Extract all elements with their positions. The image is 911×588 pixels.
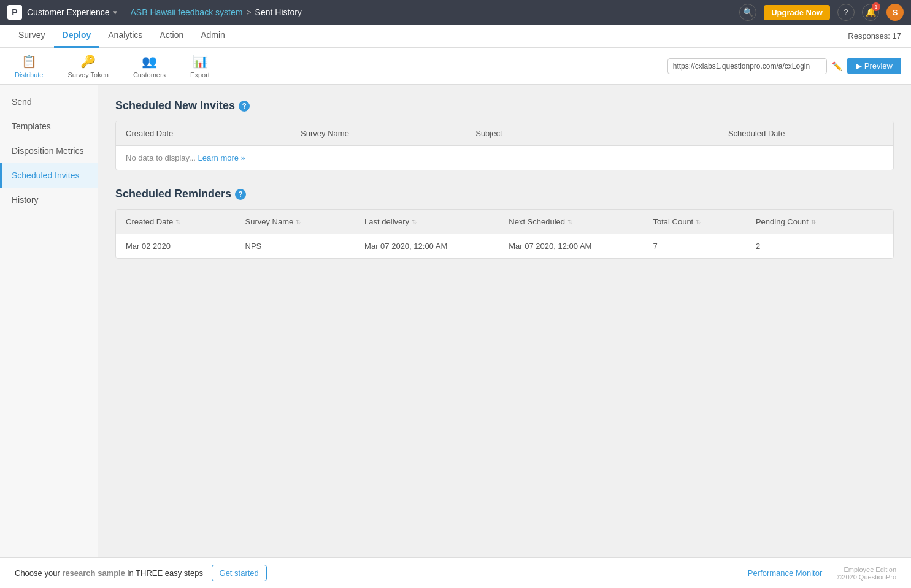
sort-next-icon: ⇅: [567, 218, 572, 225]
reminders-table: Created Date ⇅ Survey Name ⇅ Last delive…: [115, 209, 894, 259]
toolbar-distribute-label: Distribute: [15, 71, 43, 78]
row-next-scheduled: Mar 07 2020, 12:00 AM: [499, 234, 643, 258]
secondary-nav: Survey Deploy Analytics Action Admin Res…: [0, 25, 911, 48]
reminders-help-icon[interactable]: ?: [235, 189, 246, 200]
nav-survey[interactable]: Survey: [10, 25, 54, 48]
url-input[interactable]: [667, 58, 827, 74]
new-invites-col-survey: Survey Name: [291, 121, 466, 145]
avatar-button[interactable]: S: [886, 4, 904, 21]
responses-count: Responses: 17: [848, 31, 901, 40]
reminders-title: Scheduled Reminders ?: [115, 188, 894, 200]
app-name[interactable]: Customer Experience ▼: [27, 7, 118, 17]
sidebar-item-history[interactable]: History: [0, 188, 98, 212]
search-button[interactable]: 🔍: [739, 4, 756, 21]
nav-analytics[interactable]: Analytics: [99, 25, 151, 48]
preview-icon: ▶: [856, 61, 862, 71]
content-area: Scheduled New Invites ? Created Date Sur…: [98, 85, 911, 557]
help-button[interactable]: ?: [837, 4, 855, 21]
new-invites-col-scheduled: Scheduled Date: [718, 121, 893, 145]
main-layout: Send Templates Disposition Metrics Sched…: [0, 85, 911, 557]
row-last-delivery: Mar 07 2020, 12:00 AM: [355, 234, 499, 258]
toolbar-survey-token-label: Survey Token: [67, 71, 108, 78]
app-name-chevron: ▼: [112, 9, 118, 16]
sidebar-item-send[interactable]: Send: [0, 90, 98, 114]
toolbar-customers[interactable]: 👥 Customers: [128, 52, 171, 81]
new-invites-header-row: Created Date Survey Name Subject Schedul…: [116, 121, 893, 146]
new-invites-help-icon[interactable]: ?: [239, 101, 250, 112]
toolbar-url-area: ✏️ ▶ Preview: [667, 58, 901, 74]
new-invites-col-created: Created Date: [116, 121, 291, 145]
reminders-header-row: Created Date ⇅ Survey Name ⇅ Last delive…: [116, 210, 893, 234]
row-actions: [848, 234, 893, 258]
preview-button[interactable]: ▶ Preview: [847, 58, 901, 74]
new-invites-title: Scheduled New Invites ?: [115, 99, 894, 112]
row-pending-count: 2: [746, 234, 848, 258]
reminders-col-actions: [848, 210, 893, 234]
sidebar-item-scheduled-invites[interactable]: Scheduled Invites: [0, 163, 98, 188]
sort-last-icon: ⇅: [412, 218, 417, 225]
sidebar: Send Templates Disposition Metrics Sched…: [0, 85, 98, 557]
footer-right: Performance Monitor Employee Edition©202…: [748, 566, 896, 581]
sort-pending-icon: ⇅: [811, 218, 816, 225]
breadcrumb-current: Sent History: [255, 7, 302, 17]
toolbar-customers-label: Customers: [133, 71, 166, 78]
nav-deploy[interactable]: Deploy: [54, 25, 100, 48]
sidebar-item-disposition-metrics[interactable]: Disposition Metrics: [0, 139, 98, 163]
new-invites-table: Created Date Survey Name Subject Schedul…: [115, 121, 894, 170]
new-invites-col-subject: Subject: [466, 121, 718, 145]
reminders-col-next[interactable]: Next Scheduled ⇅: [499, 210, 643, 234]
upgrade-button[interactable]: Upgrade Now: [764, 5, 830, 20]
nav-admin[interactable]: Admin: [192, 25, 234, 48]
export-icon: 📊: [193, 54, 208, 69]
toolbar-export-label: Export: [190, 71, 210, 78]
survey-token-icon: 🔑: [80, 54, 96, 69]
performance-monitor-link[interactable]: Performance Monitor: [748, 568, 822, 578]
reminders-col-total[interactable]: Total Count ⇅: [643, 210, 745, 234]
copyright-text: Employee Edition©2020 QuestionPro: [837, 566, 896, 581]
reminders-col-survey[interactable]: Survey Name ⇅: [236, 210, 355, 234]
sort-total-icon: ⇅: [696, 218, 701, 225]
new-invites-no-data: No data to display... Learn more »: [116, 146, 893, 170]
notification-badge: 1: [872, 2, 880, 11]
learn-more-link[interactable]: Learn more »: [198, 153, 245, 162]
row-created-date: Mar 02 2020: [116, 234, 236, 258]
reminders-col-created[interactable]: Created Date ⇅: [116, 210, 236, 234]
toolbar: 📋 Distribute 🔑 Survey Token 👥 Customers …: [0, 48, 911, 85]
footer-in-three-steps: in THREE easy steps: [128, 568, 203, 578]
edit-url-button[interactable]: ✏️: [832, 61, 842, 71]
toolbar-export[interactable]: 📊 Export: [185, 52, 215, 81]
toolbar-distribute[interactable]: 📋 Distribute: [10, 52, 48, 81]
sort-created-icon: ⇅: [175, 218, 180, 225]
breadcrumb-separator: >: [246, 7, 251, 17]
footer: Choose your research sample in THREE eas…: [0, 557, 911, 588]
app-logo: P: [7, 5, 22, 20]
get-started-button[interactable]: Get started: [212, 565, 267, 581]
customers-icon: 👥: [142, 54, 157, 69]
breadcrumb-link[interactable]: ASB Hawaii feedback system: [131, 7, 243, 17]
toolbar-survey-token[interactable]: 🔑 Survey Token: [63, 52, 113, 81]
top-bar-right: 🔍 Upgrade Now ? 🔔 1 S: [739, 4, 904, 21]
app-name-label: Customer Experience: [27, 7, 110, 17]
nav-action[interactable]: Action: [151, 25, 192, 48]
distribute-icon: 📋: [21, 54, 37, 69]
notification-wrapper: 🔔 1: [862, 4, 879, 21]
sort-survey-icon: ⇅: [296, 218, 301, 225]
table-row: Mar 02 2020 NPS Mar 07 2020, 12:00 AM Ma…: [116, 234, 893, 258]
footer-research-sample: research sample: [62, 568, 125, 578]
row-survey-name: NPS: [236, 234, 355, 258]
breadcrumb: ASB Hawaii feedback system > Sent Histor…: [131, 7, 302, 17]
footer-left: Choose your research sample in THREE eas…: [15, 565, 267, 581]
top-bar: P Customer Experience ▼ ASB Hawaii feedb…: [0, 0, 911, 25]
reminders-col-pending[interactable]: Pending Count ⇅: [746, 210, 848, 234]
reminders-col-last[interactable]: Last delivery ⇅: [355, 210, 499, 234]
row-total-count: 7: [643, 234, 745, 258]
sidebar-item-templates[interactable]: Templates: [0, 114, 98, 139]
footer-choose-text: Choose your: [15, 568, 62, 578]
preview-label: Preview: [864, 61, 893, 71]
